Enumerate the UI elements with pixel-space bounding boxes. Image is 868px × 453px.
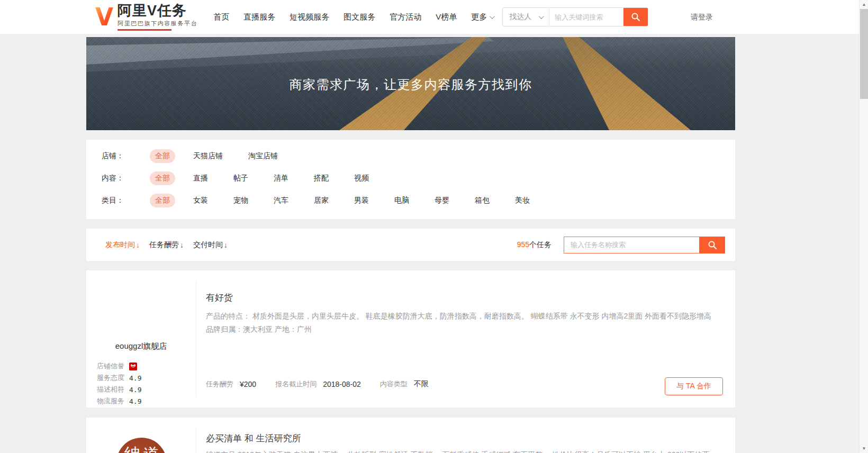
shop-info-panel: 绅道 衣品 bbox=[86, 428, 196, 453]
avatar-text: 绅道 bbox=[121, 445, 162, 453]
sort-label: 交付时间 bbox=[193, 240, 223, 250]
rating-value: 4.9 bbox=[129, 374, 141, 382]
shop-info-panel: eouggzl旗舰店 店铺信誉 服务态度 4.9 描述相符 4.9 bbox=[86, 281, 196, 397]
nav-item-graphic-service[interactable]: 图文服务 bbox=[343, 12, 375, 22]
scrollbar-thumb[interactable] bbox=[860, 9, 868, 99]
meta-label: 内容类型 bbox=[380, 379, 408, 389]
task-title[interactable]: 必买清单 和 生活研究所 bbox=[206, 432, 301, 445]
meta-label: 任务酬劳 bbox=[206, 379, 233, 389]
reputation-label: 店铺信誉 bbox=[97, 361, 124, 371]
rating-row: 描述相符 4.9 bbox=[97, 384, 141, 395]
rating-row: 服务态度 4.9 bbox=[97, 372, 141, 384]
meta-value: 2018-08-02 bbox=[323, 380, 361, 388]
nav-item-v-ranking[interactable]: V榜单 bbox=[436, 12, 457, 22]
task-search-input[interactable] bbox=[564, 237, 699, 253]
task-count: 955个任务 bbox=[517, 240, 551, 250]
shop-name[interactable]: eouggzl旗舰店 bbox=[86, 341, 196, 351]
filter-option-all[interactable]: 全部 bbox=[150, 171, 175, 185]
rating-label: 描述相符 bbox=[97, 385, 124, 394]
filter-option[interactable]: 视频 bbox=[349, 171, 374, 185]
filter-option[interactable]: 母婴 bbox=[429, 194, 455, 207]
task-search bbox=[564, 237, 725, 253]
rating-label: 物流服务 bbox=[97, 396, 124, 406]
filter-option[interactable]: 直播 bbox=[188, 171, 213, 185]
filter-row-category: 类目： 全部 女装 宠物 汽车 居家 男装 电脑 母婴 箱包 美妆 bbox=[102, 189, 720, 212]
cooperate-button[interactable]: 与 TA 合作 bbox=[665, 377, 723, 395]
page-container: 商家需求广场，让更多内容服务方找到你 店铺： 全部 天猫店铺 淘宝店铺 内容： … bbox=[86, 37, 735, 453]
chevron-down-icon bbox=[490, 14, 495, 19]
filter-option[interactable]: 电脑 bbox=[389, 194, 414, 207]
header-search-button[interactable] bbox=[623, 8, 648, 26]
meta-content-type: 内容类型 不限 bbox=[380, 379, 429, 389]
header-inner: V 阿里V任务 阿里巴巴旗下内容服务平台 首页 直播服务 短视频服务 图文服务 … bbox=[86, 0, 735, 34]
task-title[interactable]: 有好货 bbox=[206, 292, 233, 304]
shop-rating-list: 店铺信誉 服务态度 4.9 描述相符 4.9 物流服务 bbox=[97, 360, 141, 407]
filter-option[interactable]: 帖子 bbox=[228, 171, 254, 185]
filter-option[interactable]: 男装 bbox=[349, 194, 374, 207]
sort-desc-arrow-icon: ↓ bbox=[136, 241, 140, 249]
filter-option[interactable]: 宠物 bbox=[228, 194, 254, 207]
sort-reward[interactable]: 任务酬劳 ↓ bbox=[149, 240, 184, 250]
meta-label: 报名截止时间 bbox=[275, 379, 317, 389]
main-nav: 首页 直播服务 短视频服务 图文服务 官方活动 V榜单 更多 bbox=[213, 12, 493, 22]
shop-avatar[interactable]: 绅道 衣品 bbox=[116, 438, 167, 453]
filter-option-all[interactable]: 全部 bbox=[150, 194, 175, 207]
nav-more-dropdown[interactable]: 更多 bbox=[471, 12, 493, 22]
nav-item-short-video-service[interactable]: 短视频服务 bbox=[290, 12, 329, 22]
nav-item-live-service[interactable]: 直播服务 bbox=[243, 12, 275, 22]
filter-option[interactable]: 清单 bbox=[268, 171, 294, 185]
filter-option[interactable]: 女装 bbox=[188, 194, 213, 207]
search-category-label: 找达人 bbox=[509, 12, 531, 22]
task-count-number: 955 bbox=[517, 240, 529, 249]
filter-option[interactable]: 汽车 bbox=[268, 194, 294, 207]
filter-label: 店铺： bbox=[102, 151, 135, 161]
task-card: eouggzl旗舰店 店铺信誉 服务态度 4.9 描述相符 4.9 bbox=[86, 270, 735, 407]
toolbar-right: 955个任务 bbox=[517, 237, 725, 253]
task-count-suffix: 个任务 bbox=[529, 240, 551, 249]
filter-option[interactable]: 天猫店铺 bbox=[188, 149, 228, 163]
filter-option[interactable]: 搭配 bbox=[309, 171, 334, 185]
logo-v-icon: V bbox=[95, 5, 113, 29]
meta-value: ¥200 bbox=[240, 380, 256, 388]
filter-option[interactable]: 美妆 bbox=[510, 194, 535, 207]
filter-row-shop: 店铺： 全部 天猫店铺 淘宝店铺 bbox=[102, 145, 720, 167]
filter-panel: 店铺： 全部 天猫店铺 淘宝店铺 内容： 全部 直播 帖子 清单 搭配 视频 类… bbox=[86, 140, 735, 219]
sort-toolbar: 发布时间 ↓ 任务酬劳 ↓ 交付时间 ↓ 955个任务 bbox=[86, 229, 735, 261]
sort-delivery-time[interactable]: 交付时间 ↓ bbox=[193, 240, 228, 250]
header-search-input[interactable] bbox=[549, 8, 623, 26]
search-icon bbox=[708, 240, 717, 250]
logo[interactable]: V 阿里V任务 阿里巴巴旗下内容服务平台 bbox=[95, 3, 197, 31]
login-link[interactable]: 请登录 bbox=[691, 13, 713, 22]
shop-reputation-row: 店铺信誉 bbox=[97, 360, 141, 372]
task-meta: 任务酬劳 ¥200 报名截止时间 2018-08-02 内容类型 不限 bbox=[206, 379, 448, 389]
hero-banner: 商家需求广场，让更多内容服务方找到你 bbox=[86, 37, 735, 130]
filter-options: 全部 女装 宠物 汽车 居家 男装 电脑 母婴 箱包 美妆 bbox=[150, 194, 550, 207]
scrollbar-down-arrow[interactable]: ▼ bbox=[860, 444, 868, 453]
task-main: 有好货 产品的特点： 材质外面是头层，内里头层牛皮。 鞋底是橡胶防滑大底，防滑指… bbox=[206, 270, 723, 407]
task-main: 必买清单 和 生活研究所 绅道衣品 2013年入驻天猫 专注男士西裤 ，此款版型… bbox=[206, 418, 723, 453]
filter-option-all[interactable]: 全部 bbox=[150, 149, 175, 163]
meta-value: 不限 bbox=[414, 379, 429, 389]
filter-label: 内容： bbox=[102, 174, 135, 183]
scrollbar-up-arrow[interactable]: ▲ bbox=[860, 0, 868, 9]
chevron-down-icon bbox=[539, 14, 544, 19]
task-description: 绅道衣品 2013年入驻天猫 专注男士西裤 ，此款版型 宽松舒适 不勒裆 ，面料… bbox=[206, 448, 713, 453]
header: V 阿里V任务 阿里巴巴旗下内容服务平台 首页 直播服务 短视频服务 图文服务 … bbox=[0, 0, 868, 34]
logo-text: 阿里V任务 阿里巴巴旗下内容服务平台 bbox=[117, 3, 197, 31]
nav-item-home[interactable]: 首页 bbox=[213, 12, 229, 22]
meta-deadline: 报名截止时间 2018-08-02 bbox=[275, 379, 361, 389]
filter-option[interactable]: 居家 bbox=[309, 194, 334, 207]
rating-value: 4.9 bbox=[129, 397, 141, 405]
filter-option[interactable]: 淘宝店铺 bbox=[243, 149, 283, 163]
sort-desc-arrow-icon: ↓ bbox=[180, 241, 184, 249]
task-card: 绅道 衣品 必买清单 和 生活研究所 绅道衣品 2013年入驻天猫 专注男士西裤… bbox=[86, 418, 735, 453]
search-category-select[interactable]: 找达人 bbox=[503, 8, 549, 26]
filter-option[interactable]: 箱包 bbox=[469, 194, 495, 207]
header-search: 找达人 bbox=[502, 7, 648, 26]
vertical-scrollbar[interactable]: ▲ ▼ bbox=[859, 0, 868, 453]
rating-label: 服务态度 bbox=[97, 373, 124, 383]
tmall-icon bbox=[129, 363, 137, 370]
nav-item-official-activity[interactable]: 官方活动 bbox=[390, 12, 421, 22]
task-search-button[interactable] bbox=[699, 237, 725, 253]
sort-publish-time[interactable]: 发布时间 ↓ bbox=[105, 240, 140, 250]
